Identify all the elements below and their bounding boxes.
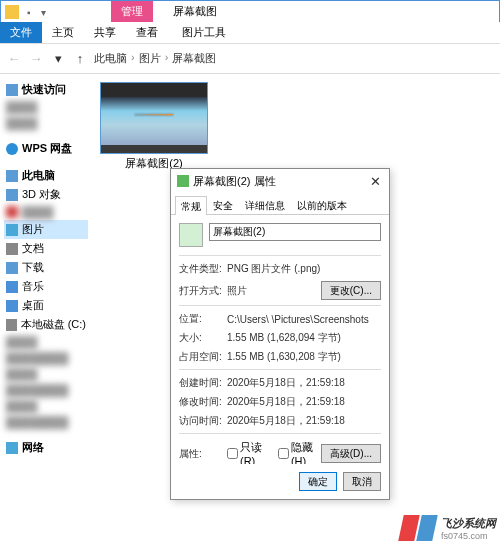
tab-general[interactable]: 常规 [175, 196, 207, 215]
qat-item[interactable]: ▪ [27, 7, 37, 17]
label-openwith: 打开方式: [179, 284, 227, 298]
tree-item[interactable]: ████ [4, 334, 88, 350]
value-modified: 2020年5月18日，21:59:18 [227, 395, 381, 409]
nav-back-icon[interactable]: ← [6, 51, 22, 66]
label-location: 位置: [179, 312, 227, 326]
dialog-title: 屏幕截图(2) 属性 [193, 174, 276, 189]
tree-network[interactable]: 网络 [4, 438, 88, 457]
value-filetype: PNG 图片文件 (.png) [227, 262, 381, 276]
breadcrumb-item[interactable]: 此电脑 [94, 51, 127, 66]
thumbnail-image: ···················· [100, 82, 208, 154]
value-created: 2020年5月18日，21:59:18 [227, 376, 381, 390]
tree-item[interactable]: ████████ [4, 414, 88, 430]
value-openwith: 照片 [227, 284, 321, 298]
ribbon-tabs: 文件 主页 共享 查看 图片工具 [0, 22, 500, 44]
properties-dialog: 屏幕截图(2) 属性 ✕ 常规 安全 详细信息 以前的版本 文件类型: PNG … [170, 168, 390, 500]
tab-details[interactable]: 详细信息 [239, 195, 291, 214]
qat-dropdown-icon[interactable]: ▾ [41, 7, 51, 17]
quick-access-toolbar: ▪ ▾ [27, 7, 51, 17]
tab-view[interactable]: 查看 [126, 22, 168, 43]
tab-previous[interactable]: 以前的版本 [291, 195, 353, 214]
tree-this-pc[interactable]: 此电脑 [4, 166, 88, 185]
label-accessed: 访问时间: [179, 414, 227, 428]
label-filetype: 文件类型: [179, 262, 227, 276]
watermark-url: fs0745.com [441, 531, 496, 541]
value-accessed: 2020年5月18日，21:59:18 [227, 414, 381, 428]
tab-picture-tools[interactable]: 图片工具 [172, 22, 236, 43]
tree-wps[interactable]: WPS 网盘 [4, 139, 88, 158]
tree-disk-c[interactable]: 本地磁盘 (C:) [4, 315, 88, 334]
filename-input[interactable] [209, 223, 381, 241]
nav-recent-icon[interactable]: ▾ [50, 51, 66, 66]
label-attributes: 属性: [179, 447, 227, 461]
dialog-footer: 确定 取消 [171, 464, 389, 499]
tree-item[interactable]: ████ [4, 99, 88, 115]
breadcrumb[interactable]: 此电脑› 图片› 屏幕截图 [94, 51, 216, 66]
tree-desktop[interactable]: 桌面 [4, 296, 88, 315]
tree-pictures[interactable]: 图片 [4, 220, 88, 239]
dialog-body: 文件类型: PNG 图片文件 (.png) 打开方式: 照片 更改(C)... … [171, 215, 389, 464]
watermark: 飞沙系统网 fs0745.com [401, 511, 496, 545]
dialog-tabs: 常规 安全 详细信息 以前的版本 [171, 193, 389, 215]
tree-quick-access[interactable]: 快速访问 [4, 80, 88, 99]
tree-item[interactable]: ████████ [4, 382, 88, 398]
tree-downloads[interactable]: 下载 [4, 258, 88, 277]
tree-item[interactable]: ████ [4, 366, 88, 382]
change-button[interactable]: 更改(C)... [321, 281, 381, 300]
nav-bar: ← → ▾ ↑ 此电脑› 图片› 屏幕截图 [0, 44, 500, 74]
tree-item[interactable]: ████████ [4, 350, 88, 366]
advanced-button[interactable]: 高级(D)... [321, 444, 381, 463]
checkbox-readonly[interactable]: 只读(R) [227, 440, 270, 464]
tree-3d[interactable]: 3D 对象 [4, 185, 88, 204]
tab-file[interactable]: 文件 [0, 22, 42, 43]
file-thumbnail[interactable]: ···················· 屏幕截图(2) [100, 82, 208, 171]
breadcrumb-item[interactable]: 屏幕截图 [172, 51, 216, 66]
cancel-button[interactable]: 取消 [343, 472, 381, 491]
watermark-brand: 飞沙系统网 [441, 516, 496, 531]
value-location: C:\Users\ \Pictures\Screenshots [227, 314, 381, 325]
tree-music[interactable]: 音乐 [4, 277, 88, 296]
value-sizeondisk: 1.55 MB (1,630,208 字节) [227, 350, 381, 364]
label-modified: 修改时间: [179, 395, 227, 409]
breadcrumb-item[interactable]: 图片 [139, 51, 161, 66]
thumbnail-overlay-text: ···················· [101, 111, 207, 118]
tree-item[interactable]: ████ [4, 115, 88, 131]
folder-icon [5, 5, 19, 19]
tree-documents[interactable]: 文档 [4, 239, 88, 258]
tree-videos[interactable]: ████ [4, 204, 88, 220]
label-created: 创建时间: [179, 376, 227, 390]
label-sizeondisk: 占用空间: [179, 350, 227, 364]
close-icon[interactable]: ✕ [367, 174, 383, 189]
value-size: 1.55 MB (1,628,094 字节) [227, 331, 381, 345]
tree-item[interactable]: ████ [4, 398, 88, 414]
tab-home[interactable]: 主页 [42, 22, 84, 43]
nav-tree: 快速访问 ████ ████ WPS 网盘 此电脑 3D 对象 ████ 图片 … [0, 74, 92, 530]
dialog-icon [177, 175, 189, 187]
watermark-logo-icon [401, 511, 435, 545]
nav-forward-icon[interactable]: → [28, 51, 44, 66]
ribbon-context-label: 管理 [111, 1, 153, 22]
dialog-titlebar[interactable]: 屏幕截图(2) 属性 ✕ [171, 169, 389, 193]
nav-up-icon[interactable]: ↑ [72, 51, 88, 66]
title-bar: ▪ ▾ 管理 屏幕截图 [0, 0, 500, 22]
checkbox-hidden[interactable]: 隐藏(H) [278, 440, 321, 464]
label-size: 大小: [179, 331, 227, 345]
window-title: 屏幕截图 [173, 4, 217, 19]
tab-security[interactable]: 安全 [207, 195, 239, 214]
file-type-icon [179, 223, 203, 247]
tab-share[interactable]: 共享 [84, 22, 126, 43]
ok-button[interactable]: 确定 [299, 472, 337, 491]
